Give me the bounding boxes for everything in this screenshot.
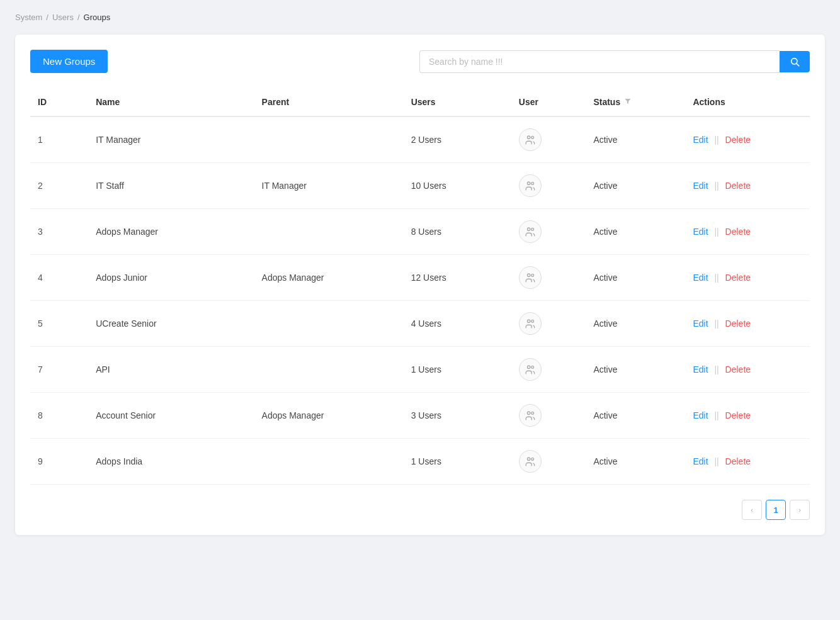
cell-parent: Adops Manager [254,255,404,301]
svg-point-10 [527,320,530,323]
cell-status: Active [586,393,685,439]
cell-name: Adops Junior [88,255,254,301]
cell-id: 3 [30,209,88,255]
delete-button[interactable]: Delete [725,181,751,191]
edit-button[interactable]: Edit [693,456,708,466]
main-card: New Groups ID Name Parent Users [15,35,825,535]
cell-id: 7 [30,347,88,393]
breadcrumb-system[interactable]: System [15,13,42,22]
cell-actions: Edit || Delete [685,301,810,347]
table-row: 9 Adops India 1 Users Active Edit || D [30,439,810,485]
col-status: Status [586,88,685,116]
col-user: User [511,88,586,116]
cell-actions: Edit || Delete [685,439,810,485]
action-separator: || [714,456,718,466]
cell-parent [254,347,404,393]
cell-actions: Edit || Delete [685,255,810,301]
filter-icon[interactable] [624,98,632,107]
cell-user-icon [511,163,586,209]
table-row: 4 Adops Junior Adops Manager 12 Users Ac… [30,255,810,301]
cell-parent: Adops Manager [254,393,404,439]
edit-button[interactable]: Edit [693,227,708,237]
action-separator: || [714,135,718,145]
cell-status: Active [586,347,685,393]
search-button[interactable] [780,51,810,72]
svg-point-3 [531,136,534,138]
action-separator: || [714,318,718,329]
table-row: 3 Adops Manager 8 Users Active Edit || [30,209,810,255]
cell-status: Active [586,301,685,347]
cell-name: Account Senior [88,393,254,439]
edit-button[interactable]: Edit [693,318,708,329]
cell-id: 1 [30,116,88,163]
cell-actions: Edit || Delete [685,209,810,255]
delete-button[interactable]: Delete [725,410,751,420]
action-separator: || [714,364,718,375]
chevron-right-icon: › [798,506,801,514]
user-group-icon [519,358,542,381]
cell-id: 2 [30,163,88,209]
cell-name: IT Manager [88,116,254,163]
action-separator: || [714,273,718,283]
cell-parent [254,209,404,255]
cell-name: API [88,347,254,393]
search-icon [790,57,800,67]
search-area [419,50,810,73]
cell-id: 4 [30,255,88,301]
cell-status: Active [586,209,685,255]
cell-users: 1 Users [404,347,511,393]
cell-users: 3 Users [404,393,511,439]
cell-id: 5 [30,301,88,347]
next-page-button[interactable]: › [790,500,810,520]
cell-users: 12 Users [404,255,511,301]
edit-button[interactable]: Edit [693,273,708,283]
edit-button[interactable]: Edit [693,181,708,191]
svg-point-5 [531,182,534,184]
table-row: 2 IT Staff IT Manager 10 Users Active Ed… [30,163,810,209]
breadcrumb-users[interactable]: Users [52,13,74,22]
groups-table: ID Name Parent Users User Status [30,88,810,485]
cell-users: 10 Users [404,163,511,209]
breadcrumb-groups: Groups [84,13,111,22]
delete-button[interactable]: Delete [725,364,751,375]
cell-users: 8 Users [404,209,511,255]
cell-id: 9 [30,439,88,485]
cell-user-icon [511,209,586,255]
cell-users: 2 Users [404,116,511,163]
search-input[interactable] [419,50,780,73]
cell-parent: IT Manager [254,163,404,209]
cell-name: UCreate Senior [88,301,254,347]
pagination: ‹ 1 › [30,500,810,520]
cell-user-icon [511,393,586,439]
cell-user-icon [511,347,586,393]
svg-line-1 [797,64,799,66]
svg-point-8 [527,274,530,277]
delete-button[interactable]: Delete [725,135,751,145]
cell-id: 8 [30,393,88,439]
col-name: Name [88,88,254,116]
prev-page-button[interactable]: ‹ [742,500,762,520]
cell-status: Active [586,116,685,163]
svg-point-9 [531,274,534,276]
delete-button[interactable]: Delete [725,273,751,283]
new-groups-button[interactable]: New Groups [30,50,108,73]
table-row: 1 IT Manager 2 Users Active Edit || De [30,116,810,163]
user-group-icon [519,220,542,243]
svg-point-6 [527,228,530,231]
cell-parent [254,301,404,347]
cell-status: Active [586,439,685,485]
table-row: 5 UCreate Senior 4 Users Active Edit || [30,301,810,347]
edit-button[interactable]: Edit [693,364,708,375]
edit-button[interactable]: Edit [693,135,708,145]
table-row: 7 API 1 Users Active Edit || Delete [30,347,810,393]
cell-actions: Edit || Delete [685,116,810,163]
page-wrapper: System / Users / Groups New Groups [0,0,840,548]
col-users: Users [404,88,511,116]
delete-button[interactable]: Delete [725,456,751,466]
breadcrumb-sep-1: / [46,13,48,22]
user-group-icon [519,266,542,289]
delete-button[interactable]: Delete [725,227,751,237]
edit-button[interactable]: Edit [693,410,708,420]
delete-button[interactable]: Delete [725,318,751,329]
page-1-button[interactable]: 1 [766,500,786,520]
